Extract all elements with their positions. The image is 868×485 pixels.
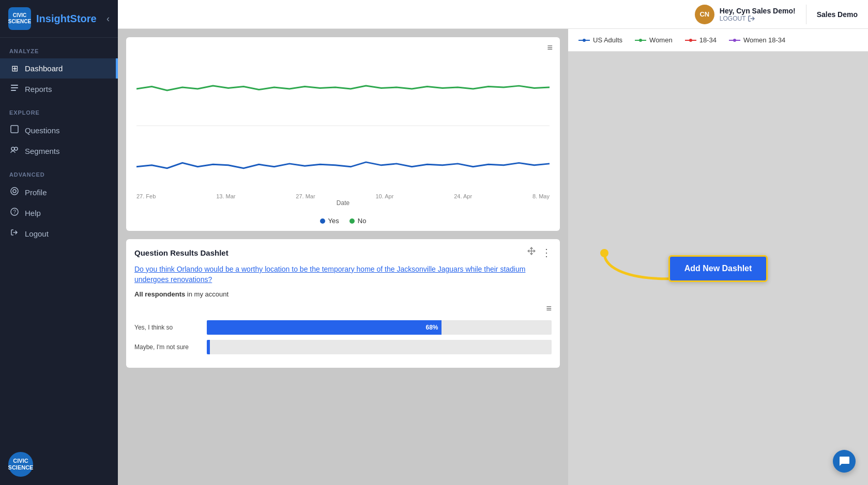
sidebar: CIVICSCIENCE InsightStore ‹ ANALYZE ⊞ Da… bbox=[0, 0, 118, 485]
legend-label-no: No bbox=[358, 217, 367, 225]
dashlet-chart-menu-icon[interactable]: ≡ bbox=[546, 303, 552, 314]
legend-label: 18-34 bbox=[699, 36, 717, 44]
sidebar-item-label: Reports bbox=[25, 85, 52, 93]
legend-label: Women 18-34 bbox=[743, 36, 785, 44]
dashlet-header-2: Question Results Dashlet ⋮ bbox=[126, 239, 560, 264]
x-axis-labels: 27. Feb 13. Mar 27. Mar 10. Apr 24. Apr … bbox=[136, 192, 550, 199]
bar-label-maybe: Maybe, I'm not sure bbox=[134, 343, 207, 351]
add-dashlet-area: Add New Dashlet bbox=[568, 52, 868, 485]
legend-item-women: Women bbox=[635, 36, 673, 44]
bar-container-yes: 68% bbox=[207, 320, 552, 335]
legend-dot-yes bbox=[320, 218, 325, 224]
sidebar-item-segments[interactable]: Segments bbox=[0, 140, 118, 161]
dashlet-menu-icon[interactable]: ⋮ bbox=[541, 246, 552, 259]
legend-dot-no bbox=[349, 218, 355, 224]
sidebar-item-label: Dashboard bbox=[25, 64, 63, 73]
main-content: CN Hey, Cyn Sales Demo! LOGOUT Sales Dem… bbox=[118, 0, 868, 485]
app-title-prefix: Insight bbox=[36, 13, 70, 24]
topbar: CN Hey, Cyn Sales Demo! LOGOUT Sales Dem… bbox=[118, 0, 868, 29]
dashlet-chart-header: ≡ bbox=[126, 303, 560, 316]
add-dashlet-button[interactable]: Add New Dashlet bbox=[668, 255, 768, 282]
sidebar-item-label: Segments bbox=[25, 147, 60, 155]
legend-label: US Adults bbox=[593, 36, 622, 44]
topbar-account-name: Sales Demo bbox=[806, 10, 868, 19]
chart-header-1: ≡ bbox=[126, 37, 560, 55]
right-panel: US Adults Women 18-34 Women 18-34 bbox=[568, 29, 868, 485]
civic-science-logo: CIVICSCIENCE bbox=[8, 7, 31, 30]
user-greeting: Hey, Cyn Sales Demo! bbox=[720, 7, 796, 15]
sidebar-item-reports[interactable]: Reports bbox=[0, 79, 118, 99]
legend-item-18-34: 18-34 bbox=[685, 36, 717, 44]
x-label: 27. Feb bbox=[136, 193, 156, 199]
sidebar-item-questions[interactable]: Questions bbox=[0, 120, 118, 140]
sidebar-item-label: Profile bbox=[25, 188, 47, 197]
sidebar-civic-logo: CIVICSCIENCE bbox=[8, 452, 33, 477]
user-info: Hey, Cyn Sales Demo! LOGOUT bbox=[720, 7, 796, 22]
legend-item-no: No bbox=[349, 217, 367, 225]
dashlet-move-icon[interactable] bbox=[527, 246, 536, 259]
dashlet-respondents: All respondents in my account bbox=[126, 290, 560, 303]
bar-container-maybe bbox=[207, 340, 552, 354]
respondents-rest: in my account bbox=[185, 290, 229, 298]
sidebar-section-analyze: ANALYZE bbox=[0, 38, 118, 58]
sidebar-item-label: Questions bbox=[25, 126, 60, 135]
bar-row-yes: Yes, I think so 68% bbox=[134, 320, 552, 335]
chart-menu-icon[interactable]: ≡ bbox=[547, 42, 553, 53]
sidebar-bottom: CIVICSCIENCE bbox=[0, 444, 118, 485]
page-body: ≡ 27. Feb 13. Mar bbox=[118, 29, 868, 485]
svg-point-5 bbox=[14, 147, 18, 150]
sidebar-section-advanced: ADVANCED bbox=[0, 161, 118, 182]
profile-icon bbox=[9, 187, 20, 197]
legend-item-women-18-34: Women 18-34 bbox=[729, 36, 785, 44]
segments-icon bbox=[9, 146, 20, 156]
logout-link[interactable]: LOGOUT bbox=[720, 15, 796, 22]
sidebar-section-explore: EXPLORE bbox=[0, 99, 118, 120]
legend-label: Women bbox=[649, 36, 673, 44]
svg-rect-3 bbox=[11, 126, 18, 133]
respondents-bold: All respondents bbox=[134, 290, 185, 298]
svg-point-4 bbox=[11, 147, 14, 150]
logout-label: LOGOUT bbox=[720, 15, 746, 22]
sidebar-collapse-button[interactable]: ‹ bbox=[106, 13, 110, 24]
svg-text:?: ? bbox=[13, 209, 17, 215]
dashlet-title: Question Results Dashlet bbox=[134, 248, 229, 257]
reports-icon bbox=[9, 84, 20, 94]
bar-label-yes: Yes, I think so bbox=[134, 324, 207, 331]
svg-rect-0 bbox=[11, 85, 18, 86]
sidebar-item-help[interactable]: ? Help bbox=[0, 202, 118, 223]
x-label: 27. Mar bbox=[296, 193, 315, 199]
sidebar-header: CIVICSCIENCE InsightStore ‹ bbox=[0, 0, 118, 38]
questions-icon bbox=[9, 125, 20, 135]
svg-point-17 bbox=[733, 39, 736, 42]
legend-item-yes: Yes bbox=[320, 217, 339, 225]
svg-point-15 bbox=[689, 39, 692, 42]
sidebar-item-label: Help bbox=[25, 209, 41, 217]
sidebar-item-dashboard[interactable]: ⊞ Dashboard bbox=[0, 58, 118, 79]
dashboard-icon: ⊞ bbox=[9, 64, 20, 73]
x-label: 13. Mar bbox=[216, 193, 235, 199]
bar-fill-yes: 68% bbox=[207, 320, 441, 335]
svg-point-11 bbox=[583, 39, 586, 42]
right-legend-bar: US Adults Women 18-34 Women 18-34 bbox=[568, 29, 868, 52]
help-icon: ? bbox=[9, 208, 20, 218]
sidebar-item-logout[interactable]: Logout bbox=[0, 223, 118, 244]
x-label: 24. Apr bbox=[454, 193, 472, 199]
dashlet-question[interactable]: Do you think Orlando would be a worthy l… bbox=[126, 264, 560, 290]
bar-row-maybe: Maybe, I'm not sure bbox=[134, 340, 552, 354]
chart-card-1: ≡ 27. Feb 13. Mar bbox=[126, 37, 560, 231]
svg-rect-1 bbox=[11, 87, 18, 88]
svg-point-19 bbox=[600, 249, 608, 257]
chart-legend-1: Yes No bbox=[126, 213, 560, 231]
app-title: InsightStore bbox=[36, 13, 97, 25]
sidebar-item-profile[interactable]: Profile bbox=[0, 182, 118, 202]
blue-line-chart bbox=[136, 128, 550, 190]
svg-point-6 bbox=[11, 187, 18, 195]
svg-point-7 bbox=[13, 190, 16, 193]
x-label: 8. May bbox=[532, 193, 550, 199]
app-title-suffix: Store bbox=[70, 13, 97, 24]
logout-icon bbox=[9, 228, 20, 239]
dashlet-controls: ⋮ bbox=[527, 246, 552, 259]
x-axis-title: Date bbox=[136, 199, 550, 211]
chat-bubble[interactable] bbox=[833, 450, 856, 473]
user-avatar: CN bbox=[695, 5, 714, 24]
